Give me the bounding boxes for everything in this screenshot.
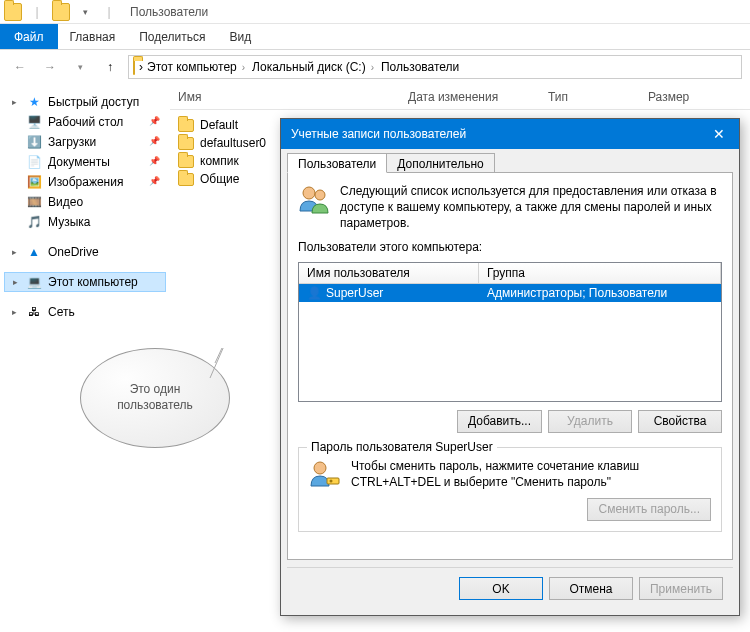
svg-point-2 [314, 462, 326, 474]
sidebar-item-label: Документы [48, 155, 110, 169]
sidebar-item-label: OneDrive [48, 245, 99, 259]
sidebar-item-pictures[interactable]: 🖼️Изображения [4, 172, 166, 192]
sidebar-onedrive[interactable]: ▲OneDrive [4, 242, 166, 262]
chevron-right-icon[interactable]: › [239, 62, 248, 73]
cancel-button[interactable]: Отмена [549, 577, 633, 600]
user-icon: 👤 [307, 286, 322, 300]
dialog-footer: OK Отмена Применить [287, 567, 733, 609]
videos-icon: 🎞️ [26, 195, 42, 209]
svg-point-1 [315, 190, 325, 200]
sidebar-quick-access[interactable]: ★ Быстрый доступ [4, 92, 166, 112]
sidebar-item-label: Видео [48, 195, 83, 209]
sidebar-item-label: Рабочий стол [48, 115, 123, 129]
music-icon: 🎵 [26, 215, 42, 229]
forward-button[interactable]: → [38, 55, 62, 79]
nav-bar: ← → ▾ ↑ › Этот компьютер› Локальный диск… [0, 50, 750, 84]
qat-dropdown-icon[interactable]: ▾ [76, 3, 94, 21]
sidebar-this-pc[interactable]: 💻Этот компьютер [4, 272, 166, 292]
apply-button[interactable]: Применить [639, 577, 723, 600]
user-name: SuperUser [326, 286, 383, 300]
svg-point-0 [303, 187, 315, 199]
password-groupbox: Пароль пользователя SuperUser Чтобы смен… [298, 447, 722, 532]
file-name: компик [200, 154, 239, 168]
recent-dropdown[interactable]: ▾ [68, 55, 92, 79]
col-date[interactable]: Дата изменения [400, 90, 540, 104]
add-button[interactable]: Добавить... [457, 410, 542, 433]
dialog-title: Учетные записи пользователей [291, 127, 466, 141]
breadcrumb-users[interactable]: Пользователи [381, 60, 459, 74]
tab-advanced[interactable]: Дополнительно [386, 153, 494, 173]
column-headers: Имя Дата изменения Тип Размер [170, 84, 750, 110]
sidebar-item-desktop[interactable]: 🖥️Рабочий стол [4, 112, 166, 132]
tab-home[interactable]: Главная [58, 24, 128, 49]
file-name: Общие [200, 172, 239, 186]
groupbox-title: Пароль пользователя SuperUser [307, 440, 497, 454]
col-name[interactable]: Имя [170, 90, 400, 104]
users-list-label: Пользователи этого компьютера: [298, 240, 722, 254]
ok-button[interactable]: OK [459, 577, 543, 600]
file-name: defaultuser0 [200, 136, 266, 150]
address-bar[interactable]: › Этот компьютер› Локальный диск (C:)› П… [128, 55, 742, 79]
computer-icon: 💻 [26, 275, 42, 289]
folder-icon [52, 3, 70, 21]
col-type[interactable]: Тип [540, 90, 640, 104]
sidebar-network[interactable]: 🖧Сеть [4, 302, 166, 322]
breadcrumb-this-pc[interactable]: Этот компьютер [147, 60, 237, 74]
close-button[interactable]: ✕ [699, 119, 739, 149]
col-group[interactable]: Группа [479, 263, 721, 283]
folder-icon [4, 3, 22, 21]
up-button[interactable]: ↑ [98, 55, 122, 79]
sidebar-item-label: Изображения [48, 175, 123, 189]
users-listview[interactable]: Имя пользователя Группа 👤SuperUser Админ… [298, 262, 722, 402]
svg-rect-3 [327, 478, 339, 484]
cloud-icon: ▲ [26, 245, 42, 259]
tab-file[interactable]: Файл [0, 24, 58, 49]
chevron-right-icon[interactable]: › [368, 62, 377, 73]
sidebar-item-label: Загрузки [48, 135, 96, 149]
user-group: Администраторы; Пользователи [479, 284, 721, 302]
dialog-body: Следующий список используется для предос… [287, 172, 733, 560]
folder-icon [178, 173, 194, 186]
properties-button[interactable]: Свойства [638, 410, 722, 433]
col-username[interactable]: Имя пользователя [299, 263, 479, 283]
documents-icon: 📄 [26, 155, 42, 169]
svg-point-4 [330, 479, 333, 482]
sidebar-item-label: Сеть [48, 305, 75, 319]
dialog-titlebar[interactable]: Учетные записи пользователей ✕ [281, 119, 739, 149]
downloads-icon: ⬇️ [26, 135, 42, 149]
dialog-info-text: Следующий список используется для предос… [340, 183, 722, 232]
user-row[interactable]: 👤SuperUser Администраторы; Пользователи [299, 284, 721, 302]
back-button[interactable]: ← [8, 55, 32, 79]
sidebar-item-music[interactable]: 🎵Музыка [4, 212, 166, 232]
window-titlebar: | ▾ | Пользователи [0, 0, 750, 24]
sidebar-item-label: Музыка [48, 215, 90, 229]
ribbon: Файл Главная Поделиться Вид [0, 24, 750, 50]
desktop-icon: 🖥️ [26, 115, 42, 129]
tab-view[interactable]: Вид [217, 24, 263, 49]
password-hint-text: Чтобы сменить пароль, нажмите сочетание … [351, 458, 711, 490]
remove-button[interactable]: Удалить [548, 410, 632, 433]
change-password-button[interactable]: Сменить пароль... [587, 498, 711, 521]
tab-users[interactable]: Пользователи [287, 153, 387, 173]
pictures-icon: 🖼️ [26, 175, 42, 189]
user-accounts-dialog: Учетные записи пользователей ✕ Пользоват… [280, 118, 740, 616]
folder-icon [178, 137, 194, 150]
users-icon [298, 183, 330, 215]
sidebar-item-downloads[interactable]: ⬇️Загрузки [4, 132, 166, 152]
tab-share[interactable]: Поделиться [127, 24, 217, 49]
window-title: Пользователи [130, 5, 208, 19]
sidebar-item-label: Быстрый доступ [48, 95, 139, 109]
qat-separator: | [28, 3, 46, 21]
breadcrumb-drive-c[interactable]: Локальный диск (C:) [252, 60, 366, 74]
folder-icon [178, 119, 194, 132]
key-icon [309, 458, 341, 490]
sidebar-item-videos[interactable]: 🎞️Видео [4, 192, 166, 212]
col-size[interactable]: Размер [640, 90, 720, 104]
sidebar-item-label: Этот компьютер [48, 275, 138, 289]
sidebar-item-documents[interactable]: 📄Документы [4, 152, 166, 172]
qat-separator: | [100, 3, 118, 21]
dialog-tabs: Пользователи Дополнительно [281, 149, 739, 173]
annotation-callout: Это один пользователь [80, 348, 260, 468]
file-name: Default [200, 118, 238, 132]
chevron-right-icon[interactable]: › [139, 60, 143, 74]
